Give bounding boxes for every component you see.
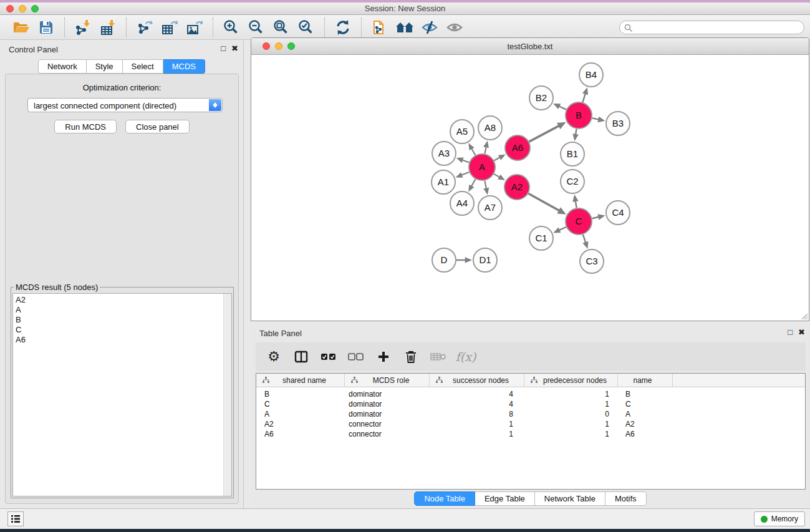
edge-A6-B[interactable] xyxy=(529,126,559,142)
zoom-selected-button[interactable] xyxy=(294,16,319,39)
cell[interactable]: A2 xyxy=(256,419,345,429)
edge-C-C1[interactable] xyxy=(559,227,566,230)
cell[interactable]: A xyxy=(618,409,673,419)
show-columns-button[interactable] xyxy=(292,346,311,367)
table-row-a6[interactable]: A6connector11A6 xyxy=(256,429,805,439)
edge-A-A1[interactable] xyxy=(461,172,470,175)
import-network-button[interactable] xyxy=(70,16,95,39)
tab-node-table[interactable]: Node Table xyxy=(414,491,475,506)
cell[interactable]: dominator xyxy=(345,399,430,409)
save-session-button[interactable] xyxy=(34,16,59,39)
column-header-name[interactable]: name xyxy=(618,374,673,387)
cell[interactable]: A2 xyxy=(618,419,673,429)
result-item-c[interactable]: C xyxy=(13,325,231,335)
tab-network-table[interactable]: Network Table xyxy=(535,491,605,506)
result-item-b[interactable]: B xyxy=(13,315,231,325)
hide-graphics-details-button[interactable] xyxy=(417,16,442,39)
tab-edge-table[interactable]: Edge Table xyxy=(475,491,535,506)
refresh-view-button[interactable] xyxy=(330,16,355,39)
tab-network[interactable]: Network xyxy=(38,59,87,74)
cell[interactable]: 1 xyxy=(524,429,618,439)
edge-A-A8[interactable] xyxy=(485,147,486,153)
cell[interactable]: connector xyxy=(345,419,430,429)
cell[interactable]: A xyxy=(256,409,345,419)
search-field[interactable] xyxy=(619,21,804,34)
task-history-button[interactable] xyxy=(7,511,24,526)
network-from-file-button[interactable] xyxy=(367,16,392,39)
edge-A-A3[interactable] xyxy=(462,160,469,163)
table-row-b[interactable]: Bdominator41B xyxy=(256,389,805,399)
mcds-result-list[interactable]: A2ABCA6 xyxy=(12,293,232,496)
column-header-predecessor-nodes[interactable]: predecessor nodes xyxy=(524,374,618,387)
tab-mcds[interactable]: MCDS xyxy=(163,59,205,74)
export-table-button[interactable] xyxy=(157,16,182,39)
run-mcds-button[interactable]: Run MCDS xyxy=(54,120,117,133)
close-panel-button[interactable]: ✖ xyxy=(231,44,238,53)
cell[interactable]: connector xyxy=(345,429,430,439)
edge-A2-C[interactable] xyxy=(528,193,559,211)
column-header-shared-name[interactable]: shared name xyxy=(256,374,345,387)
cell[interactable]: 4 xyxy=(430,389,524,399)
cell[interactable]: 1 xyxy=(524,419,618,429)
table-row-c[interactable]: Cdominator41C xyxy=(256,399,805,409)
network-window-titlebar[interactable]: testGlobe.txt xyxy=(251,38,809,55)
cell[interactable]: 1 xyxy=(524,389,618,399)
search-input[interactable] xyxy=(635,22,800,33)
edge-A-A6[interactable] xyxy=(494,157,500,160)
export-network-button[interactable] xyxy=(132,16,157,39)
edge-B-B3[interactable] xyxy=(592,118,599,119)
cell[interactable]: B xyxy=(256,389,345,399)
criterion-select[interactable]: largest connected component (directed) xyxy=(27,98,223,112)
network-canvas[interactable]: B4B2BB3A5A8A6A3B1AA1C2A2A4A7C4CC1DD1C3 xyxy=(251,55,809,321)
result-item-a2[interactable]: A2 xyxy=(13,295,231,305)
scrollbar-track[interactable] xyxy=(223,294,231,496)
close-table-panel-button[interactable]: ✖ xyxy=(798,327,805,337)
select-all-columns-button[interactable] xyxy=(319,346,338,367)
cell[interactable]: 1 xyxy=(430,429,524,439)
cell[interactable]: 1 xyxy=(430,419,524,429)
float-panel-button[interactable]: □ xyxy=(221,44,226,53)
zoom-out-button[interactable] xyxy=(244,16,269,39)
open-session-button[interactable] xyxy=(9,16,34,39)
delete-row-button[interactable] xyxy=(402,346,420,367)
cell[interactable]: A6 xyxy=(256,429,345,439)
float-table-panel-button[interactable]: □ xyxy=(788,327,793,337)
export-image-button[interactable] xyxy=(182,16,207,39)
show-graphics-details-button[interactable] xyxy=(442,16,467,39)
cell[interactable]: C xyxy=(618,399,673,409)
memory-button[interactable]: Memory xyxy=(754,511,805,526)
add-row-button[interactable] xyxy=(374,346,393,367)
cell[interactable]: A6 xyxy=(618,429,673,439)
result-item-a6[interactable]: A6 xyxy=(13,335,231,345)
edge-B-B2[interactable] xyxy=(559,106,566,109)
zoom-fit-button[interactable] xyxy=(269,16,294,39)
deselect-all-columns-button[interactable] xyxy=(347,346,365,367)
resize-grip[interactable] xyxy=(799,311,808,320)
edge-A-A5[interactable] xyxy=(471,148,475,155)
edge-B-B1[interactable] xyxy=(576,129,577,135)
cell[interactable]: dominator xyxy=(345,409,430,419)
cell[interactable]: dominator xyxy=(345,389,430,399)
edge-C-C3[interactable] xyxy=(583,235,586,243)
zoom-in-button[interactable] xyxy=(219,16,244,39)
cell[interactable]: C xyxy=(256,399,345,409)
table-options-button[interactable]: ⚙ xyxy=(264,346,283,367)
edge-C-C4[interactable] xyxy=(592,217,599,218)
edge-C-C2[interactable] xyxy=(576,201,577,208)
cell[interactable]: 0 xyxy=(524,409,618,419)
cell[interactable]: B xyxy=(618,389,673,399)
edge-A-A2[interactable] xyxy=(494,174,499,177)
destroy-table-button[interactable] xyxy=(429,346,448,367)
edge-A-A4[interactable] xyxy=(471,179,475,186)
result-item-a[interactable]: A xyxy=(13,305,231,315)
edge-A-A7[interactable] xyxy=(485,181,486,189)
table-row-a[interactable]: Adominator80A xyxy=(256,409,805,419)
home-button[interactable] xyxy=(392,16,417,39)
cell[interactable]: 1 xyxy=(524,399,618,409)
column-header-successor-nodes[interactable]: successor nodes xyxy=(430,374,524,387)
cell[interactable]: 4 xyxy=(430,399,524,409)
table-row-a2[interactable]: A2connector11A2 xyxy=(256,419,805,429)
edge-B-B4[interactable] xyxy=(582,94,585,102)
tab-select[interactable]: Select xyxy=(123,59,163,74)
node-table[interactable]: shared nameMCDS rolesuccessor nodesprede… xyxy=(256,373,806,490)
